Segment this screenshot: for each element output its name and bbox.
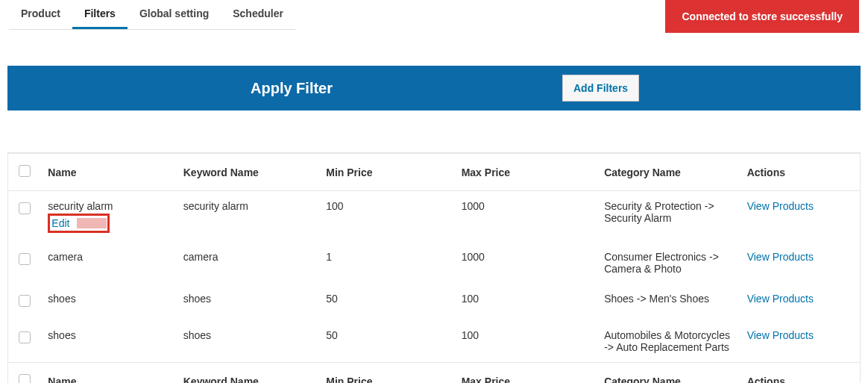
col-header-actions: Actions	[740, 154, 860, 191]
row-keyword: shoes	[176, 320, 319, 363]
row-keyword: security alarm	[176, 191, 319, 243]
row-checkbox[interactable]	[19, 295, 31, 307]
table-row: cameracamera11000Consumer Electronics ->…	[8, 242, 860, 284]
row-name[interactable]: shoes	[48, 293, 168, 305]
col-header-keyword: Keyword Name	[176, 154, 319, 191]
admin-tabs: Product Filters Global setting Scheduler	[9, 0, 295, 30]
apply-filter-title: Apply Filter	[251, 80, 333, 97]
row-checkbox[interactable]	[19, 253, 31, 265]
col-header-category: Category Name	[597, 154, 740, 191]
row-max-price: 100	[454, 284, 597, 320]
row-max-price: 1000	[454, 191, 597, 243]
row-max-price: 1000	[454, 242, 597, 284]
tab-global-setting[interactable]: Global setting	[128, 0, 221, 29]
tab-filters[interactable]: Filters	[72, 0, 128, 29]
col-footer-name: Name	[40, 363, 175, 384]
tab-product[interactable]: Product	[9, 0, 72, 29]
add-filters-button[interactable]: Add Filters	[562, 75, 639, 102]
view-products-link[interactable]: View Products	[747, 329, 814, 341]
redacted-action	[77, 218, 107, 228]
row-min-price: 50	[318, 284, 453, 320]
view-products-link[interactable]: View Products	[747, 251, 814, 263]
connected-status-button[interactable]: Connected to store successfully	[665, 0, 859, 33]
row-min-price: 1	[318, 242, 453, 284]
col-header-name[interactable]: Name	[40, 154, 175, 191]
row-name[interactable]: security alarm	[48, 200, 168, 212]
table-row: shoesshoes50100Automobiles & Motorcycles…	[8, 320, 860, 363]
apply-filter-bar: Apply Filter Add Filters	[7, 66, 861, 110]
select-all-checkbox[interactable]	[19, 165, 31, 177]
row-min-price: 100	[318, 191, 453, 243]
table-row: security alarmEditsecurity alarm1001000S…	[8, 191, 860, 243]
row-min-price: 50	[318, 320, 453, 363]
col-footer-min-price: Min Price	[318, 363, 453, 384]
row-category: Shoes -> Men's Shoes	[597, 284, 740, 320]
row-keyword: shoes	[176, 284, 319, 320]
row-max-price: 100	[454, 320, 597, 363]
edit-link[interactable]: Edit	[51, 217, 72, 230]
table-row: shoesshoes50100Shoes -> Men's ShoesView …	[8, 284, 860, 320]
col-footer-keyword: Keyword Name	[176, 363, 319, 384]
view-products-link[interactable]: View Products	[747, 293, 814, 305]
row-category: Security & Protection -> Security Alarm	[597, 191, 740, 243]
row-name[interactable]: camera	[48, 251, 168, 263]
col-footer-actions: Actions	[740, 363, 860, 384]
filters-table: Name Keyword Name Min Price Max Price Ca…	[7, 152, 861, 383]
row-keyword: camera	[176, 242, 319, 284]
view-products-link[interactable]: View Products	[747, 200, 814, 212]
row-checkbox[interactable]	[19, 331, 31, 343]
select-all-checkbox-footer[interactable]	[19, 374, 31, 383]
edit-annotation-box: Edit	[48, 214, 110, 233]
row-category: Automobiles & Motorcycles -> Auto Replac…	[597, 320, 740, 363]
col-header-max-price: Max Price	[454, 154, 597, 191]
row-category: Consumer Electronics -> Camera & Photo	[597, 242, 740, 284]
tab-scheduler[interactable]: Scheduler	[221, 0, 295, 29]
row-checkbox[interactable]	[19, 202, 31, 214]
col-footer-max-price: Max Price	[454, 363, 597, 384]
row-name[interactable]: shoes	[48, 329, 168, 341]
col-header-min-price: Min Price	[318, 154, 453, 191]
col-footer-category: Category Name	[597, 363, 740, 384]
